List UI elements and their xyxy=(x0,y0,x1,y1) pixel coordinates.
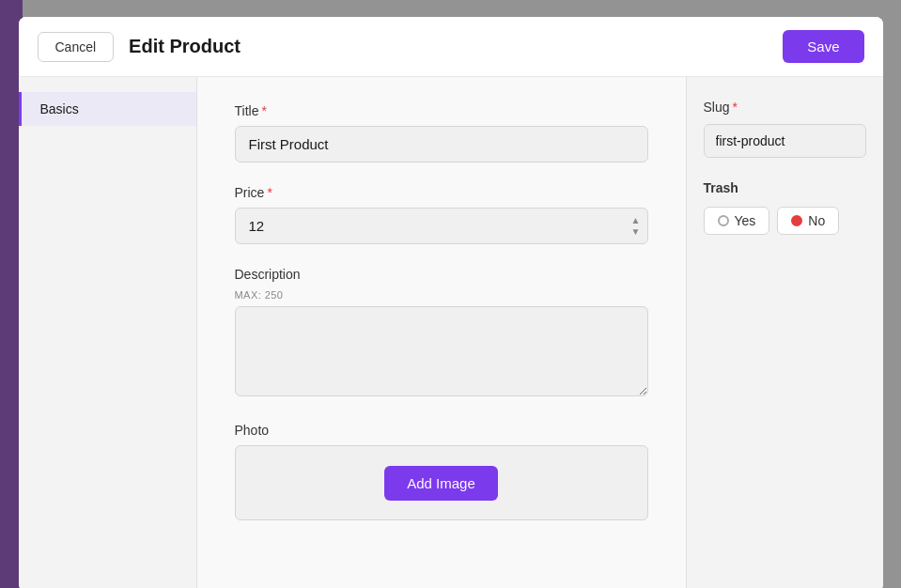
modal-main-form: Title * Price * ▲ ▼ xyxy=(197,77,686,588)
slug-label-text: Slug xyxy=(704,100,730,115)
trash-yes-label: Yes xyxy=(735,213,756,228)
trash-yes-dot xyxy=(718,215,729,226)
price-increment-button[interactable]: ▲ xyxy=(631,216,641,225)
trash-no-option[interactable]: No xyxy=(777,207,839,235)
description-group: Description MAX: 250 xyxy=(235,267,648,400)
price-input[interactable] xyxy=(235,208,648,244)
modal-body: Basics Title * Price * xyxy=(19,77,883,588)
description-label-text: Description xyxy=(235,267,301,282)
modal-title: Edit Product xyxy=(129,36,241,57)
price-input-wrapper: ▲ ▼ xyxy=(235,208,648,244)
price-group: Price * ▲ ▼ xyxy=(235,185,648,244)
photo-label: Photo xyxy=(235,423,648,438)
modal-header: Cancel Edit Product Save xyxy=(19,17,883,77)
slug-group: Slug * xyxy=(704,100,866,158)
price-label: Price * xyxy=(235,185,648,200)
cancel-button[interactable]: Cancel xyxy=(38,32,115,62)
description-sublabel: MAX: 250 xyxy=(235,289,648,301)
title-group: Title * xyxy=(235,103,648,162)
slug-required-star: * xyxy=(733,100,738,115)
trash-no-dot xyxy=(791,215,802,226)
trash-section: Trash Yes No xyxy=(704,180,866,235)
slug-input[interactable] xyxy=(704,124,866,158)
save-button[interactable]: Save xyxy=(783,30,863,63)
trash-radio-group: Yes No xyxy=(704,207,866,235)
price-spinners: ▲ ▼ xyxy=(631,216,641,237)
price-label-text: Price xyxy=(235,185,265,200)
title-label: Title * xyxy=(235,103,648,118)
title-required-star: * xyxy=(261,103,266,118)
modal-header-left: Cancel Edit Product xyxy=(38,32,241,62)
edit-product-modal: Cancel Edit Product Save Basics Title * xyxy=(19,17,883,588)
slug-label: Slug * xyxy=(704,100,866,115)
price-required-star: * xyxy=(267,185,272,200)
title-label-text: Title xyxy=(235,103,259,118)
price-decrement-button[interactable]: ▼ xyxy=(631,227,641,237)
title-input[interactable] xyxy=(235,126,648,162)
trash-no-label: No xyxy=(808,213,825,228)
trash-yes-option[interactable]: Yes xyxy=(704,207,770,235)
photo-group: Photo Add Image xyxy=(235,423,648,520)
description-textarea[interactable] xyxy=(235,306,648,396)
modal-sidebar: Slug * Trash Yes No xyxy=(686,77,883,588)
photo-upload-area: Add Image xyxy=(235,445,648,520)
modal-nav: Basics xyxy=(19,77,197,588)
description-label: Description xyxy=(235,267,648,282)
nav-item-basics[interactable]: Basics xyxy=(19,92,196,126)
photo-label-text: Photo xyxy=(235,423,270,438)
trash-label: Trash xyxy=(704,180,866,195)
add-image-button[interactable]: Add Image xyxy=(384,466,498,501)
